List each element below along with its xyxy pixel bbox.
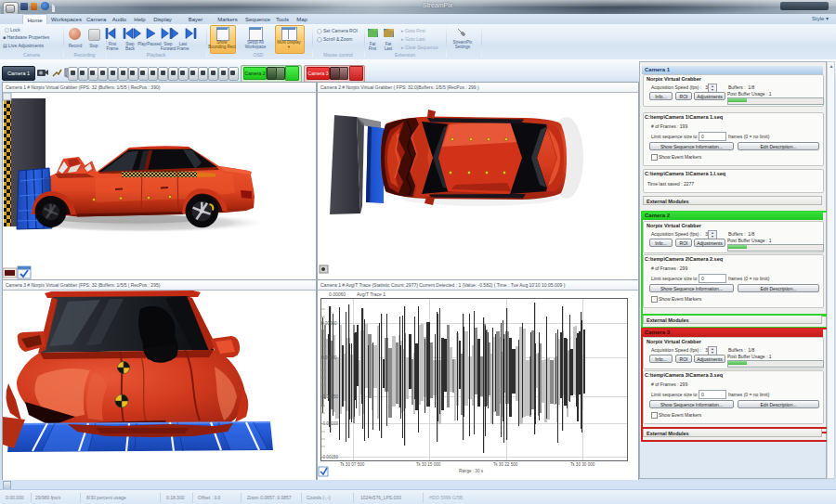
svg-text:0.00000: 0.00000 <box>321 355 337 360</box>
svg-text:-0.00050: -0.00050 <box>321 394 339 399</box>
svg-text:Ts 30 15 000: Ts 30 15 000 <box>416 462 441 467</box>
svg-text:0.00060: 0.00060 <box>329 291 346 297</box>
svg-text:Ts 30 30 000: Ts 30 30 000 <box>570 462 595 467</box>
svg-text:-0.00150: -0.00150 <box>321 455 339 459</box>
svg-text:Ts 30 07 500: Ts 30 07 500 <box>340 462 365 467</box>
svg-text:0.00050: 0.00050 <box>321 321 337 326</box>
svg-text:Avg/T Trace 1: Avg/T Trace 1 <box>357 291 385 297</box>
svg-text:Range : 30 s: Range : 30 s <box>459 469 484 473</box>
svg-text:Ts 30 22 500: Ts 30 22 500 <box>493 462 518 467</box>
svg-text:-0.00100: -0.00100 <box>321 421 339 426</box>
